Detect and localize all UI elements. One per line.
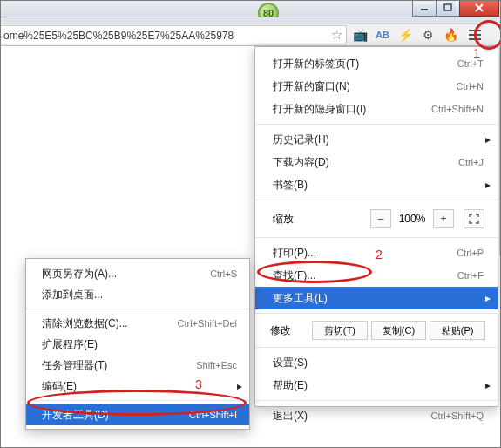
- submenu-task-manager[interactable]: 任务管理器(T)Shift+Esc: [26, 355, 249, 376]
- menu-button[interactable]: [465, 25, 484, 44]
- submenu-encoding[interactable]: 编码(E)▸: [26, 376, 249, 397]
- bookmark-star-icon[interactable]: ☆: [328, 25, 347, 44]
- bolt-icon[interactable]: ⚡: [397, 27, 413, 43]
- submenu-clear-data[interactable]: 清除浏览数据(C)...Ctrl+Shift+Del: [26, 313, 249, 334]
- menu-find[interactable]: 查找(F)...Ctrl+F: [255, 264, 498, 287]
- chevron-right-icon: ▸: [485, 379, 491, 391]
- submenu-add-desktop[interactable]: 添加到桌面...: [26, 284, 249, 305]
- menu-help[interactable]: 帮助(E)▸: [255, 374, 498, 397]
- copy-button[interactable]: 复制(C): [371, 321, 427, 340]
- menu-history[interactable]: 历史记录(H)▸: [255, 128, 498, 151]
- menu-exit[interactable]: 退出(X)Ctrl+Shift+Q: [255, 404, 498, 427]
- zoom-label: 缩放: [273, 212, 368, 227]
- url-bar: ome%25E5%25BC%25B9%25E7%25AA%25978 ☆ 📺 A…: [1, 24, 500, 46]
- fire-icon[interactable]: 🔥: [443, 27, 458, 43]
- menu-downloads[interactable]: 下载内容(D)Ctrl+J: [255, 151, 498, 173]
- svg-rect-1: [444, 4, 451, 10]
- fullscreen-button[interactable]: [464, 209, 484, 228]
- submenu-extensions[interactable]: 扩展程序(E): [26, 334, 249, 355]
- cast-icon[interactable]: 📺: [352, 27, 368, 43]
- zoom-out-button[interactable]: –: [370, 209, 391, 228]
- window-titlebar: [1, 1, 500, 17]
- menu-incognito[interactable]: 打开新的隐身窗口(I)Ctrl+Shift+N: [255, 98, 498, 120]
- main-menu: 打开新的标签页(T)Ctrl+T 打开新的窗口(N)Ctrl+N 打开新的隐身窗…: [254, 46, 498, 407]
- cut-button[interactable]: 剪切(T): [312, 321, 368, 340]
- submenu-dev-tools[interactable]: 开发者工具(D)Ctrl+Shift+I: [26, 404, 249, 425]
- close-button[interactable]: [459, 0, 499, 17]
- menu-zoom: 缩放 – 100% +: [255, 204, 498, 234]
- edit-label: 修改: [270, 323, 310, 338]
- submenu-save-as[interactable]: 网页另存为(A)...Ctrl+S: [26, 263, 249, 284]
- menu-edit-row: 修改 剪切(T) 复制(C) 粘贴(P): [255, 317, 498, 343]
- minimize-button[interactable]: [412, 0, 437, 17]
- menu-print[interactable]: 打印(P)...Ctrl+P: [255, 241, 498, 264]
- gear-icon[interactable]: ⚙: [420, 27, 436, 43]
- more-tools-submenu: 网页另存为(A)...Ctrl+S 添加到桌面... 清除浏览数据(C)...C…: [25, 258, 250, 430]
- toolbar-icons: 📺 AB ⚡ ⚙ 🔥: [347, 25, 490, 44]
- chevron-right-icon: ▸: [485, 133, 491, 146]
- menu-bookmarks[interactable]: 书签(B)▸: [255, 173, 498, 196]
- chevron-right-icon: ▸: [485, 179, 491, 191]
- window-buttons: [413, 0, 499, 17]
- maximize-button[interactable]: [436, 0, 460, 17]
- menu-settings[interactable]: 设置(S): [255, 351, 498, 374]
- zoom-percent: 100%: [394, 213, 430, 225]
- ab-icon[interactable]: AB: [375, 27, 390, 43]
- chevron-right-icon: ▸: [485, 292, 491, 304]
- address-input[interactable]: ome%25E5%25BC%25B9%25E7%25AA%25978: [0, 25, 328, 44]
- chevron-right-icon: ▸: [237, 380, 242, 392]
- menu-new-tab[interactable]: 打开新的标签页(T)Ctrl+T: [255, 52, 498, 75]
- paste-button[interactable]: 粘贴(P): [430, 321, 485, 340]
- zoom-in-button[interactable]: +: [433, 209, 454, 228]
- menu-new-window[interactable]: 打开新的窗口(N)Ctrl+N: [255, 75, 498, 98]
- menu-more-tools[interactable]: 更多工具(L)▸: [255, 287, 498, 309]
